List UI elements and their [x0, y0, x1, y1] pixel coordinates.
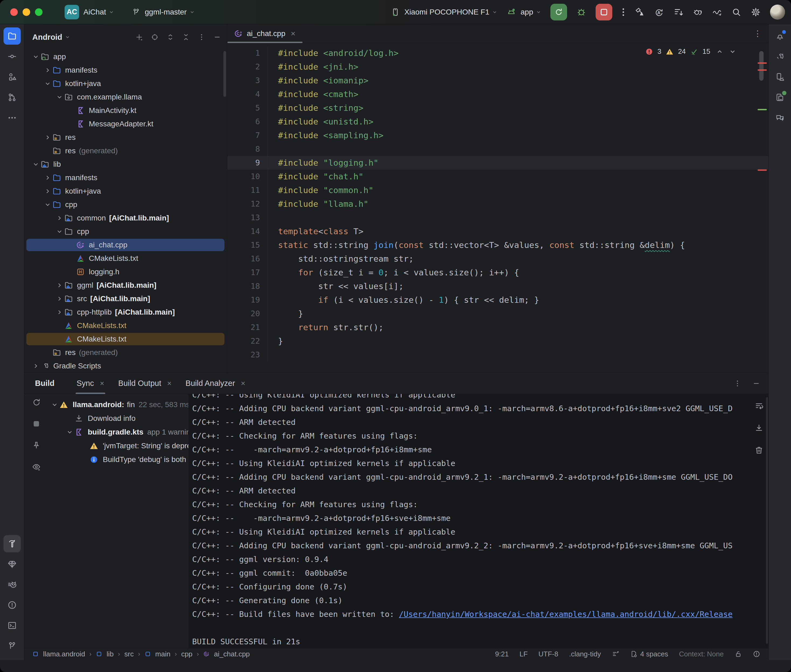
code-line-21[interactable]: 21 return str.str();	[228, 320, 769, 334]
tab-build-output[interactable]: Build Output×	[111, 373, 178, 394]
more-options-icon[interactable]	[197, 33, 205, 41]
tree-item-kotlin-java[interactable]: kotlin+java	[24, 184, 227, 198]
tree-item-gradle-scripts[interactable]: Gradle Scripts	[24, 359, 227, 373]
chevron-right-icon[interactable]	[43, 134, 52, 141]
rerun-app-button[interactable]	[550, 4, 567, 21]
settings-gear-icon[interactable]	[751, 7, 761, 17]
sync-info-row[interactable]: BuildType 'debug' is both de	[50, 453, 188, 466]
tree-item-lib[interactable]: lib	[24, 158, 227, 171]
tree-item-manifests[interactable]: manifests	[24, 171, 227, 184]
code-line-13[interactable]: 13	[228, 211, 769, 224]
tree-item-app[interactable]: app	[24, 50, 227, 64]
tree-item-res[interactable]: res(generated)	[24, 144, 227, 158]
tree-item-cpp-httplib[interactable]: cpp-httplib[AiChat.lib.main]	[24, 306, 227, 319]
tree-item-logging-h[interactable]: Hlogging.h	[24, 265, 227, 278]
error-indicator-icon[interactable]	[753, 650, 761, 658]
apply-changes-icon[interactable]	[634, 7, 645, 17]
breadcrumb-item[interactable]: cpp	[181, 650, 193, 658]
tree-item-mainactivity-kt[interactable]: MainActivity.kt	[24, 104, 227, 117]
file-encoding[interactable]: UTF-8	[539, 650, 558, 658]
tree-item-manifests[interactable]: manifests	[24, 64, 227, 77]
formatter-icon[interactable]	[612, 650, 619, 658]
breadcrumb-item[interactable]: lib	[107, 650, 114, 658]
tree-item-cmakelists-txt[interactable]: CMakeLists.txt	[24, 252, 227, 265]
gradle-tool-button[interactable]	[771, 48, 789, 65]
chevron-right-icon[interactable]	[55, 309, 64, 316]
code-line-9[interactable]: 9#include "logging.h"	[228, 156, 769, 170]
user-avatar[interactable]	[770, 5, 785, 20]
more-tool-windows-button[interactable]	[3, 109, 21, 126]
collapse-all-icon[interactable]	[182, 33, 190, 41]
code-line-7[interactable]: 7#include <sampling.h>	[228, 128, 769, 142]
code-line-6[interactable]: 6#include <unistd.h>	[228, 115, 769, 128]
tree-item-ai-chat-cpp[interactable]: Cai_chat.cpp	[24, 238, 227, 252]
sync-warning-row[interactable]: 'jvmTarget: String' is deprec	[50, 439, 188, 453]
code-line-23[interactable]: 23	[228, 348, 769, 362]
project-scrollbar[interactable]	[223, 51, 226, 97]
project-tool-button[interactable]	[3, 27, 21, 45]
minimize-window-button[interactable]	[22, 8, 30, 16]
sync-project-icon[interactable]	[673, 7, 684, 17]
code-line-3[interactable]: 3#include <iomanip>	[228, 74, 769, 87]
expand-all-icon[interactable]	[166, 33, 175, 41]
running-devices-tool-button[interactable]	[771, 89, 789, 106]
tree-item-cmakelists-txt[interactable]: CMakeLists.txt	[24, 332, 227, 346]
debug-app-icon[interactable]	[576, 7, 586, 17]
sync-gradle-file-row[interactable]: build.gradle.kts app 1 warning	[50, 425, 188, 439]
gemini-chat-tool-button[interactable]	[771, 109, 789, 126]
console-scrollbar[interactable]	[766, 397, 768, 644]
editor-tab-ai-chat-cpp[interactable]: C ai_chat.cpp ×	[228, 24, 303, 43]
indent-widget[interactable]: 4 spaces	[630, 650, 668, 658]
change-stripe-mark[interactable]	[757, 109, 767, 110]
chevron-down-icon[interactable]	[31, 161, 40, 168]
tab-sync[interactable]: Sync×	[70, 373, 111, 394]
code-line-8[interactable]: 8	[228, 142, 769, 156]
tree-item-res[interactable]: res	[24, 131, 227, 144]
next-highlight-icon[interactable]	[729, 48, 736, 55]
sync-root-row[interactable]: llama.android: fin 22 sec, 583 ms	[50, 398, 188, 411]
tree-item-cpp[interactable]: cpp	[24, 225, 227, 238]
profiler-icon[interactable]	[712, 7, 722, 17]
vcs-branch-widget[interactable]: ggml-master	[132, 8, 195, 16]
filter-eye-icon[interactable]	[32, 462, 41, 471]
hide-tool-window-icon[interactable]	[752, 379, 761, 387]
breadcrumb[interactable]: llama.android› lib› src› main› cpp› C ai…	[32, 650, 250, 658]
gemini-tool-button[interactable]	[3, 555, 21, 573]
device-manager-tool-button[interactable]	[771, 68, 789, 85]
close-tab-icon[interactable]: ×	[241, 379, 245, 388]
code-line-10[interactable]: 10#include "chat.h"	[228, 170, 769, 183]
run-configuration-selector[interactable]: app	[507, 7, 541, 17]
tree-item-common[interactable]: common[AiChat.lib.main]	[24, 211, 227, 225]
breadcrumb-item[interactable]: llama.android	[43, 650, 85, 658]
error-stripe-mark[interactable]	[757, 170, 767, 171]
more-run-actions-icon[interactable]	[621, 7, 625, 17]
context-widget[interactable]: Context: None	[679, 650, 724, 658]
breadcrumb-item[interactable]: src	[124, 650, 134, 658]
previous-highlight-icon[interactable]	[716, 48, 723, 55]
tree-item-kotlin-java[interactable]: kotlin+java	[24, 77, 227, 90]
tree-item-ggml[interactable]: ggml[AiChat.lib.main]	[24, 278, 227, 292]
sync-download-row[interactable]: Download info	[50, 411, 188, 425]
chevron-right-icon[interactable]	[55, 282, 64, 289]
notifications-tool-button[interactable]	[771, 27, 789, 45]
code-editor[interactable]: 1#include <android/log.h>2#include <jni.…	[228, 43, 769, 362]
more-options-icon[interactable]	[733, 379, 741, 387]
logcat-tool-button[interactable]	[3, 576, 21, 593]
breadcrumb-item[interactable]: ai_chat.cpp	[214, 650, 250, 658]
stop-app-button[interactable]	[595, 4, 612, 21]
code-line-17[interactable]: 17 for (size_t i = 0; i < values.size();…	[228, 266, 769, 279]
chevron-right-icon[interactable]	[43, 174, 52, 181]
attach-debugger-icon[interactable]	[693, 7, 703, 17]
tree-item-cpp[interactable]: cpp	[24, 198, 227, 211]
tree-item-com-example-llama[interactable]: com.example.llama	[24, 90, 227, 104]
build-tool-button[interactable]	[3, 535, 21, 552]
search-everywhere-icon[interactable]	[731, 7, 741, 17]
code-line-14[interactable]: 14template<class T>	[228, 224, 769, 238]
code-line-11[interactable]: 11#include "common.h"	[228, 183, 769, 197]
code-line-5[interactable]: 5#include <string>	[228, 101, 769, 115]
pull-requests-tool-button[interactable]	[3, 89, 21, 106]
breadcrumb-item[interactable]: main	[155, 650, 170, 658]
build-output-path-link[interactable]: /Users/hanyin/Workspace/ai-chat/examples…	[399, 610, 733, 619]
hide-tool-window-icon[interactable]	[213, 33, 221, 41]
add-icon[interactable]	[135, 33, 143, 41]
